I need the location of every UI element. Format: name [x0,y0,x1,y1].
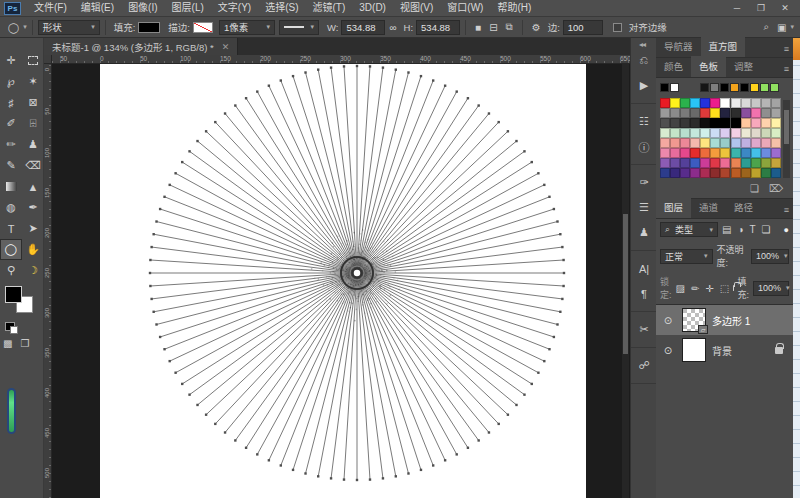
path-select-tool[interactable]: ➤ [22,218,44,239]
collapse-panels-icon[interactable]: ◂◂ [639,40,645,49]
delete-swatch-button[interactable]: ⌦ [769,183,783,194]
type-tool[interactable]: T [0,218,22,239]
color-swatch[interactable] [690,138,700,148]
color-swatch[interactable] [670,148,680,158]
color-swatch[interactable] [751,138,761,148]
tab-paths[interactable]: 路径 [726,197,761,218]
color-swatch[interactable] [700,158,710,168]
color-swatch[interactable] [670,98,680,108]
color-swatch[interactable] [731,98,741,108]
color-swatch[interactable] [731,168,741,178]
icon-3[interactable]: ❏ [762,224,771,235]
tool-mode-select[interactable]: 形状 ▾ [38,20,100,35]
color-swatch[interactable] [761,118,771,128]
fill-color-swatch[interactable] [138,22,160,33]
color-swatch[interactable] [731,138,741,148]
history-brush-tool[interactable]: ✎ [0,155,22,176]
tab-navigator[interactable]: 导航器 [656,36,701,57]
paragraph-panel-icon[interactable]: ¶ [631,281,657,306]
canvas[interactable] [100,64,586,498]
color-swatch[interactable] [700,118,710,128]
shape-tool[interactable]: ◯ [0,239,22,260]
layer-name[interactable]: 背景 [712,343,732,358]
color-swatch[interactable] [690,98,700,108]
recent-swatch[interactable] [660,83,669,92]
close-button[interactable]: ✕ [774,2,796,15]
filter-kind-select[interactable]: ⌕ 类型 ▾ [660,222,718,237]
recent-swatch[interactable] [670,83,679,92]
color-swatch[interactable] [741,118,751,128]
color-swatch[interactable] [741,148,751,158]
color-swatch[interactable] [670,128,680,138]
color-swatch[interactable] [670,158,680,168]
color-swatch[interactable] [690,148,700,158]
color-swatch[interactable] [700,108,710,118]
color-swatch[interactable] [660,148,670,158]
color-swatch[interactable] [690,128,700,138]
color-swatch[interactable] [710,138,720,148]
opacity-select[interactable]: 100% ▾ [751,249,789,264]
color-swatch[interactable] [680,98,690,108]
color-swatch[interactable] [751,108,761,118]
color-swatch[interactable] [751,128,761,138]
brush-settings-panel-icon[interactable]: ✑ [631,170,657,195]
color-swatch[interactable] [761,108,771,118]
history-panel-icon[interactable]: ⎌ [631,48,657,73]
color-swatch[interactable] [690,168,700,178]
path-arrangement-button[interactable]: ⧉ [506,21,513,33]
color-swatch[interactable] [720,158,730,168]
color-swatch[interactable] [670,168,680,178]
healing-brush-tool[interactable]: ⌹ [22,113,44,134]
minimize-button[interactable]: ─ [726,2,748,15]
color-swatch[interactable] [660,118,670,128]
color-swatch[interactable] [761,128,771,138]
color-swatch[interactable] [700,98,710,108]
fill-opacity-select[interactable]: 100% ▾ [753,281,789,296]
align-edges-checkbox[interactable] [613,23,622,32]
scrollbar-thumb[interactable] [623,214,628,354]
color-swatch[interactable] [720,148,730,158]
search-icon[interactable]: ⌕ [763,21,769,33]
color-swatch[interactable] [771,118,781,128]
menu-item-10[interactable]: 帮助(H) [490,0,538,16]
path-alignment-button[interactable]: ⊟ [489,22,497,33]
color-swatch[interactable] [710,158,720,168]
tab-channels[interactable]: 通道 [691,197,726,218]
canvas-vertical-scrollbar[interactable] [622,64,629,498]
color-swatch[interactable] [720,128,730,138]
color-swatch[interactable] [751,118,761,128]
clone-stamp-tool[interactable]: ♟ [22,134,44,155]
brush-tool[interactable]: ✏ [0,134,22,155]
menu-item-6[interactable]: 滤镜(T) [306,0,353,16]
color-swatch[interactable] [680,168,690,178]
color-swatch[interactable] [680,118,690,128]
color-swatch[interactable] [680,108,690,118]
color-swatch[interactable] [741,98,751,108]
color-swatch[interactable] [660,138,670,148]
clone-source-panel-icon[interactable]: ♟ [631,220,657,245]
marquee-tool[interactable] [22,50,44,71]
layer-row-polygon[interactable]: ⊙ ▱ 多边形 1 [656,305,793,335]
color-swatch[interactable] [731,158,741,168]
color-swatch[interactable] [700,128,710,138]
color-swatch[interactable] [710,128,720,138]
icon-1[interactable]: ◑ [737,224,743,235]
color-swatch[interactable] [731,128,741,138]
color-swatch[interactable] [660,158,670,168]
color-swatch[interactable] [660,168,670,178]
color-swatch[interactable] [710,98,720,108]
stroke-width-select[interactable]: 1像素 ▾ [219,20,275,35]
recent-swatch[interactable] [700,83,709,92]
color-swatch[interactable] [710,108,720,118]
recent-swatch[interactable] [720,83,729,92]
vertical-ruler[interactable]: 050100150200250300350400450500 [44,64,52,498]
color-swatch[interactable] [670,138,680,148]
recent-swatch[interactable] [760,83,769,92]
menu-item-8[interactable]: 视图(V) [393,0,440,16]
tab-swatches[interactable]: 色板 [691,56,726,77]
stroke-style-select[interactable]: ▾ [279,20,319,35]
tool-preset-caret-icon[interactable]: ▾ [23,23,27,31]
color-swatch[interactable] [680,128,690,138]
color-swatch[interactable] [660,128,670,138]
color-swatch[interactable] [700,148,710,158]
